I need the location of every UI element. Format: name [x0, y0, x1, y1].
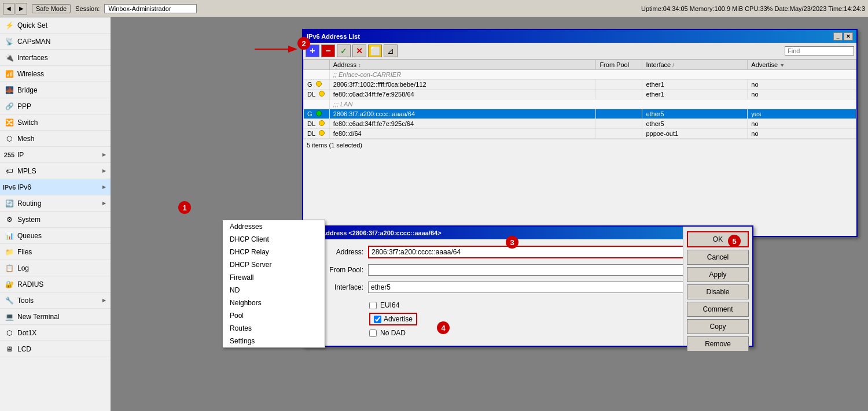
cell-flags [304, 70, 330, 80]
files-icon: 📁 [5, 247, 14, 257]
table-row[interactable]: DL fe80::c6ad:34ff:fe7e:925c/64 ether5 n… [304, 119, 856, 129]
sidebar-item-routing[interactable]: 🔄 Routing [0, 195, 111, 212]
copy-detail-button[interactable]: Copy [687, 319, 749, 334]
safe-mode-button[interactable]: Safe Mode [32, 4, 71, 13]
menu-item-dhcp-relay[interactable]: DHCP Relay [223, 246, 325, 258]
copy-button[interactable]: ⬜ [368, 45, 382, 57]
sidebar-item-system[interactable]: ⚙ System [0, 212, 111, 228]
table-row: ;;; LAN [304, 99, 856, 109]
sidebar-item-interfaces[interactable]: 🔌 Interfaces [0, 50, 111, 66]
table-row[interactable]: DL fe80::c6ad:34ff:fe7e:9258/64 ether1 n… [304, 90, 856, 99]
sidebar-item-label: LCD [17, 345, 31, 353]
sidebar-item-ip[interactable]: 255 IP [0, 147, 111, 163]
nav-buttons[interactable]: ◀ ▶ [3, 3, 27, 14]
cell-flags: G [304, 109, 330, 119]
find-box [785, 46, 854, 55]
cell-pool [596, 119, 642, 129]
apply-button[interactable]: Apply [687, 267, 749, 282]
sidebar-item-mesh[interactable]: ⬡ Mesh [0, 131, 111, 147]
dot1x-icon: ⬡ [5, 328, 14, 338]
sidebar-item-ipv6[interactable]: IPv6 IPv6 [0, 179, 111, 195]
detail-body: Address: From Pool: ▼ Interface: ether5 … [303, 239, 752, 346]
close-button[interactable]: ✕ [844, 32, 853, 40]
filter-button[interactable]: ⊿ [384, 45, 398, 57]
sidebar-item-lcd[interactable]: 🖥 LCD [0, 341, 111, 357]
bridge-icon: 🌉 [5, 86, 14, 95]
sidebar-item-bridge[interactable]: 🌉 Bridge [0, 82, 111, 98]
col-header-advertise[interactable]: Advertise ▼ [748, 60, 856, 70]
menu-item-dhcp-server[interactable]: DHCP Server [223, 258, 325, 271]
sidebar-item-queues[interactable]: 📊 Queues [0, 228, 111, 244]
menu-item-routes[interactable]: Routes [223, 322, 325, 335]
sidebar-item-label: IP [17, 151, 24, 159]
status-info: Uptime:04:34:05 Memory:100.9 MiB CPU:33%… [641, 5, 865, 12]
ipv6-detail-title: IPv6 Address <2806:3f7:a200:cccc::aaaa/6… [307, 229, 729, 236]
sidebar-item-tools[interactable]: 🔧 Tools [0, 292, 111, 309]
ipv6-list-title: IPv6 Address List [307, 33, 833, 40]
eui64-row: EUI64 [311, 299, 744, 311]
table-row[interactable]: DL fe80::d/64 pppoe-out1 no [304, 129, 856, 139]
find-input[interactable] [785, 46, 854, 55]
cell-flags [304, 99, 330, 109]
sidebar-item-quick-set[interactable]: ⚡ Quick Set [0, 17, 111, 34]
badge-5: 5 [728, 235, 741, 247]
sidebar-item-log[interactable]: 📋 Log [0, 260, 111, 276]
sidebar-item-capsman[interactable]: 📡 CAPsMAN [0, 34, 111, 50]
sidebar-item-dot1x[interactable]: ⬡ Dot1X [0, 325, 111, 341]
eui64-checkbox[interactable] [369, 302, 377, 309]
cell-interface: ether1 [642, 90, 748, 99]
cell-pool [596, 80, 642, 90]
queues-icon: 📊 [5, 231, 14, 240]
ipv6-list-window: IPv6 Address List _ ✕ + − ✓ ✕ ⬜ ⊿ Addre [302, 29, 858, 237]
interface-value: ether5 [371, 283, 734, 291]
cell-pool [596, 129, 642, 139]
menu-item-dhcp-client[interactable]: DHCP Client [223, 233, 325, 246]
ipv6-list-controls[interactable]: _ ✕ [833, 32, 853, 40]
sidebar-item-label: Quick Set [17, 21, 47, 29]
ipv6-list-titlebar: IPv6 Address List _ ✕ [303, 30, 856, 43]
disable-button[interactable]: ✕ [352, 45, 366, 57]
cell-comment: ;;; LAN [329, 99, 856, 109]
col-header-interface[interactable]: Interface / [642, 60, 748, 70]
remove-button[interactable]: Remove [687, 336, 749, 351]
comment-button[interactable]: Comment [687, 302, 749, 317]
sidebar-item-label: PPP [17, 102, 31, 110]
back-button[interactable]: ◀ [3, 3, 14, 14]
table-row[interactable]: G 2806:3f7:1002::ffff:f0ca:bebe/112 ethe… [304, 80, 856, 90]
menu-item-firewall[interactable]: Firewall [223, 271, 325, 284]
menu-item-nd[interactable]: ND [223, 284, 325, 297]
address-table: Address ↕ From Pool Interface / Advertis… [303, 60, 856, 139]
sidebar-item-wireless[interactable]: 📶 Wireless [0, 66, 111, 82]
advertise-checkbox[interactable] [374, 316, 381, 323]
enable-button[interactable]: ✓ [337, 45, 351, 57]
no-dad-label: No DAD [380, 329, 406, 337]
sidebar-item-mpls[interactable]: 🏷 MPLS [0, 163, 111, 179]
menu-item-addresses[interactable]: Addresses [223, 220, 325, 233]
mesh-icon: ⬡ [5, 134, 14, 143]
table-row: ;; Enlace-con-CARRIER [304, 70, 856, 80]
minimize-button[interactable]: _ [833, 32, 843, 40]
sidebar-item-label: Routing [17, 199, 41, 208]
sidebar-item-files[interactable]: 📁 Files [0, 244, 111, 260]
cancel-button[interactable]: Cancel [687, 250, 749, 265]
no-dad-checkbox[interactable] [369, 329, 377, 337]
cell-pool [596, 90, 642, 99]
remove-button[interactable]: − [321, 45, 335, 57]
sidebar-item-label: Interfaces [17, 54, 48, 62]
forward-button[interactable]: ▶ [16, 3, 27, 14]
sidebar-item-switch[interactable]: 🔀 Switch [0, 114, 111, 131]
sidebar-item-new-terminal[interactable]: 💻 New Terminal [0, 309, 111, 325]
menu-item-settings[interactable]: Settings [223, 335, 325, 347]
eui64-label: EUI64 [380, 301, 399, 309]
col-header-address[interactable]: Address ↕ [329, 60, 596, 70]
sidebar-item-radius[interactable]: 🔐 RADIUS [0, 276, 111, 292]
menu-item-pool[interactable]: Pool [223, 309, 325, 322]
sidebar-item-ppp[interactable]: 🔗 PPP [0, 98, 111, 114]
tools-icon: 🔧 [5, 296, 14, 305]
menu-item-neighbors[interactable]: Neighbors [223, 297, 325, 309]
nodad-row: No DAD [311, 327, 744, 339]
cell-interface: ether5 [642, 109, 748, 119]
disable-button[interactable]: Disable [687, 284, 749, 299]
col-header-pool[interactable]: From Pool [596, 60, 642, 70]
table-row-selected[interactable]: G 2806:3f7:a200:cccc::aaaa/64 ether5 yes [304, 109, 856, 119]
